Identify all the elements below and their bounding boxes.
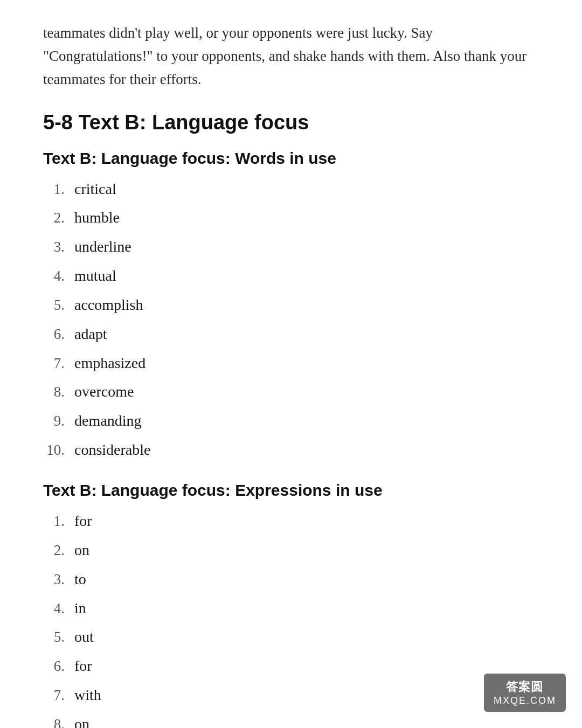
item-number: 7. <box>43 352 74 375</box>
watermark: 答案圆 MXQE.COM <box>484 674 566 712</box>
list-item: 5.out <box>43 625 539 649</box>
item-number: 6. <box>43 655 74 678</box>
item-word: emphasized <box>74 351 146 375</box>
item-word: accomplish <box>74 293 143 316</box>
item-number: 4. <box>43 265 74 288</box>
item-word: out <box>74 625 94 648</box>
item-word: mutual <box>74 264 116 287</box>
watermark-line2: MXQE.COM <box>494 695 556 706</box>
item-number: 1. <box>43 510 74 533</box>
list-item: 1.for <box>43 509 539 533</box>
item-word: overcome <box>74 380 134 403</box>
list-item: 8.overcome <box>43 380 539 404</box>
expressions-list: 1.for2.on3.to4.in5.out6.for7.with8.on9.i… <box>43 509 539 728</box>
item-word: on <box>74 712 89 728</box>
list-item: 1.critical <box>43 177 539 201</box>
list-item: 10.considerable <box>43 438 539 462</box>
item-word: critical <box>74 177 116 200</box>
list-item: 3.underline <box>43 235 539 259</box>
list-item: 3.to <box>43 567 539 591</box>
item-number: 8. <box>43 381 74 404</box>
list-item: 2.on <box>43 538 539 562</box>
item-number: 10. <box>43 439 74 462</box>
item-word: demanding <box>74 409 141 432</box>
item-number: 8. <box>43 713 74 728</box>
item-word: adapt <box>74 322 107 345</box>
item-number: 5. <box>43 294 74 317</box>
list-item: 5.accomplish <box>43 293 539 317</box>
item-word: humble <box>74 206 120 229</box>
item-word: with <box>74 683 101 706</box>
list-item: 7.emphasized <box>43 351 539 375</box>
item-number: 7. <box>43 684 74 707</box>
item-word: for <box>74 654 92 677</box>
list-item: 2.humble <box>43 206 539 230</box>
watermark-line1: 答案圆 <box>506 679 543 695</box>
expressions-subsection-title: Text B: Language focus: Expressions in u… <box>43 481 539 500</box>
list-item: 4.mutual <box>43 264 539 288</box>
item-number: 2. <box>43 539 74 562</box>
list-item: 6.adapt <box>43 322 539 346</box>
item-number: 9. <box>43 410 74 433</box>
item-number: 6. <box>43 323 74 346</box>
item-number: 3. <box>43 236 74 259</box>
item-word: to <box>74 567 86 591</box>
item-number: 2. <box>43 207 74 230</box>
item-number: 3. <box>43 568 74 591</box>
main-section-title: 5-8 Text B: Language focus <box>43 111 539 134</box>
list-item: 9.demanding <box>43 409 539 433</box>
list-item: 8.on <box>43 712 539 728</box>
intro-paragraph: teammates didn't play well, or your oppo… <box>43 22 539 92</box>
item-number: 1. <box>43 178 74 201</box>
item-number: 4. <box>43 598 74 620</box>
item-word: underline <box>74 235 131 258</box>
list-item: 7.with <box>43 683 539 707</box>
list-item: 6.for <box>43 654 539 678</box>
item-number: 5. <box>43 626 74 649</box>
item-word: for <box>74 509 92 532</box>
item-word: in <box>74 597 86 620</box>
item-word: considerable <box>74 438 151 461</box>
item-word: on <box>74 538 89 561</box>
words-list: 1.critical2.humble3.underline4.mutual5.a… <box>43 177 539 462</box>
list-item: 4.in <box>43 597 539 620</box>
words-subsection-title: Text B: Language focus: Words in use <box>43 149 539 168</box>
